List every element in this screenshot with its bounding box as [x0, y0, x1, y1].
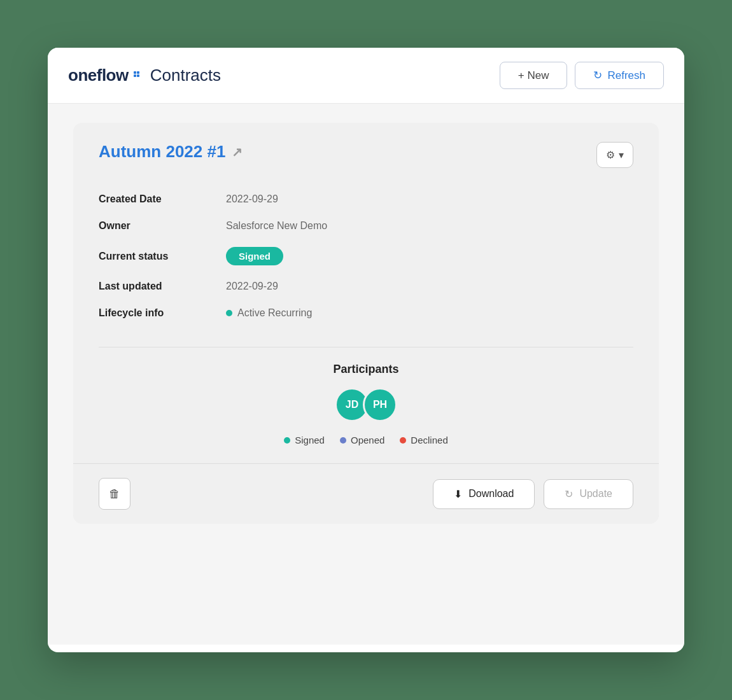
last-updated-label: Last updated	[99, 281, 226, 292]
update-label: Update	[579, 488, 612, 500]
gear-dropdown-arrow: ▾	[619, 149, 624, 161]
gear-icon: ⚙	[606, 149, 615, 161]
lifecycle-row: Lifecycle info Active Recurring	[99, 300, 633, 326]
contract-title-text: Autumn 2022 #1	[99, 142, 225, 162]
trash-icon: 🗑	[109, 487, 120, 501]
header-actions: + New ↻ Refresh	[500, 62, 664, 89]
logo: oneflow	[68, 66, 140, 85]
opened-dot-icon	[340, 437, 346, 444]
avatars-group: JD PH	[335, 388, 397, 422]
legend-signed: Signed	[284, 435, 325, 445]
header: oneflow Contracts + New ↻ Refresh	[48, 48, 684, 104]
lifecycle-value: Active Recurring	[226, 307, 312, 319]
legend-signed-label: Signed	[295, 435, 325, 445]
participants-legend: Signed Opened Declined	[284, 435, 447, 445]
card-header: Autumn 2022 #1 ↗ ⚙ ▾	[99, 142, 633, 168]
created-date-label: Created Date	[99, 193, 226, 205]
current-status-label: Current status	[99, 251, 226, 262]
external-link-icon[interactable]: ↗	[232, 144, 243, 160]
created-date-value: 2022-09-29	[226, 193, 278, 205]
avatar-ph: PH	[363, 388, 397, 422]
gear-dropdown-button[interactable]: ⚙ ▾	[596, 142, 633, 168]
delete-button[interactable]: 🗑	[99, 478, 130, 510]
last-updated-value: 2022-09-29	[226, 281, 278, 292]
main-window: oneflow Contracts + New ↻ Refresh Autumn…	[48, 48, 684, 652]
participants-section: Participants JD PH Signed Opened	[99, 347, 633, 463]
page-title: Contracts	[150, 66, 221, 85]
card-footer: 🗑 ⬇ Download ↻ Update	[73, 463, 659, 524]
legend-opened: Opened	[340, 435, 384, 445]
signed-dot-icon	[284, 437, 290, 444]
legend-opened-label: Opened	[351, 435, 384, 445]
legend-declined-label: Declined	[411, 435, 447, 445]
footer-right-actions: ⬇ Download ↻ Update	[433, 479, 633, 509]
refresh-icon: ↻	[593, 69, 602, 82]
status-badge: Signed	[226, 247, 283, 265]
legend-declined: Declined	[400, 435, 447, 445]
lifecycle-text: Active Recurring	[237, 307, 312, 319]
lifecycle-label: Lifecycle info	[99, 307, 226, 319]
refresh-button[interactable]: ↻ Refresh	[575, 62, 664, 89]
logo-text: oneflow	[68, 66, 129, 85]
update-button[interactable]: ↻ Update	[544, 479, 633, 509]
participants-title: Participants	[333, 363, 398, 376]
update-refresh-icon: ↻	[565, 488, 573, 500]
created-date-row: Created Date 2022-09-29	[99, 186, 633, 213]
logo-grid-icon	[134, 71, 140, 78]
download-icon: ⬇	[454, 488, 462, 500]
owner-value: Salesforce New Demo	[226, 220, 327, 232]
download-label: Download	[468, 488, 514, 500]
new-button[interactable]: + New	[500, 62, 568, 89]
main-content: Autumn 2022 #1 ↗ ⚙ ▾ Created Date 2022-0…	[48, 104, 684, 645]
lifecycle-dot-icon	[226, 310, 232, 316]
contract-title-area: Autumn 2022 #1 ↗	[99, 142, 243, 162]
download-button[interactable]: ⬇ Download	[433, 479, 535, 509]
last-updated-row: Last updated 2022-09-29	[99, 273, 633, 300]
owner-label: Owner	[99, 220, 226, 232]
header-left: oneflow Contracts	[68, 66, 221, 85]
refresh-label: Refresh	[607, 69, 645, 82]
current-status-row: Current status Signed	[99, 239, 633, 273]
owner-row: Owner Salesforce New Demo	[99, 213, 633, 239]
declined-dot-icon	[400, 437, 406, 444]
contract-card: Autumn 2022 #1 ↗ ⚙ ▾ Created Date 2022-0…	[73, 123, 659, 524]
info-table: Created Date 2022-09-29 Owner Salesforce…	[99, 186, 633, 326]
